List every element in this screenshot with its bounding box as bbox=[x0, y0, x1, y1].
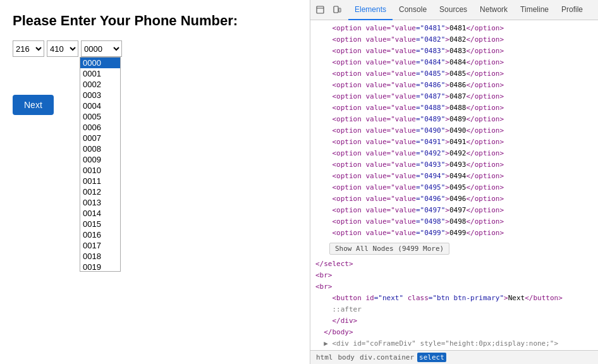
tab-elements[interactable]: Elements bbox=[348, 0, 393, 20]
code-line: <option value="value="0485">0485</option… bbox=[310, 68, 598, 80]
code-line: <option value="value="0489">0489</option… bbox=[310, 114, 598, 125]
page-title: Please Enter Your Phone Number: bbox=[13, 13, 297, 29]
breadcrumb-body[interactable]: body bbox=[336, 353, 357, 362]
code-line: ::after bbox=[310, 304, 598, 315]
breadcrumb-html[interactable]: html bbox=[314, 353, 335, 362]
code-line: <option value="value="0495">0495</option… bbox=[310, 182, 598, 193]
next-button[interactable]: Next bbox=[13, 95, 54, 115]
exchange-select[interactable]: 410 bbox=[47, 40, 78, 57]
code-line: <option value="value="0499">0499</option… bbox=[310, 228, 598, 239]
breadcrumb-select[interactable]: select bbox=[417, 353, 446, 362]
devtools-breadcrumb: html body div.container select bbox=[310, 350, 598, 364]
show-all-nodes-button[interactable]: Show All Nodes (9499 More) bbox=[329, 243, 449, 255]
code-line: <option value="value="0481">0481</option… bbox=[310, 23, 598, 34]
dropdown-item[interactable]: 0004 bbox=[80, 100, 120, 111]
device-icon[interactable] bbox=[329, 3, 345, 18]
dropdown-item[interactable]: 0001 bbox=[80, 68, 120, 79]
tab-timeline[interactable]: Timeline bbox=[514, 0, 555, 20]
tab-network[interactable]: Network bbox=[473, 0, 514, 20]
code-line: <option value="value="0493">0493</option… bbox=[310, 159, 598, 171]
dropdown-item[interactable]: 0014 bbox=[80, 208, 120, 219]
code-line: <br> bbox=[310, 270, 598, 281]
devtools-toolbar: Elements Console Sources Network Timelin… bbox=[310, 0, 598, 20]
dropdown-item[interactable]: 0000 bbox=[80, 58, 120, 68]
code-line: <option value="value="0498">0498</option… bbox=[310, 216, 598, 228]
dropdown-item[interactable]: 0018 bbox=[80, 251, 120, 262]
devtools-tabs: Elements Console Sources Network Timelin… bbox=[348, 0, 589, 20]
code-line: </div> bbox=[310, 315, 598, 327]
code-line: <option value="value="0491">0491</option… bbox=[310, 136, 598, 148]
tab-sources[interactable]: Sources bbox=[433, 0, 473, 20]
code-line: <button id="next" class="btn btn-primary… bbox=[310, 293, 598, 304]
dropdown-item[interactable]: 0002 bbox=[80, 79, 120, 90]
number-select[interactable]: 0000 bbox=[81, 40, 122, 57]
number-dropdown[interactable]: 0000000100020003000400050006000700080009… bbox=[80, 57, 121, 272]
code-line: <option value="value="0490">0490</option… bbox=[310, 125, 598, 136]
dropdown-item[interactable]: 0006 bbox=[80, 122, 120, 133]
dropdown-item[interactable]: 0011 bbox=[80, 176, 120, 186]
area-code-select[interactable]: 216 bbox=[13, 40, 44, 57]
code-line: <option value="value="0496">0496</option… bbox=[310, 193, 598, 205]
code-line: </select> bbox=[310, 258, 598, 270]
dropdown-item[interactable]: 0012 bbox=[80, 186, 120, 197]
code-line: <option value="value="0486">0486</option… bbox=[310, 80, 598, 91]
code-line: ▶ <div id="coFrameDiv" style="height:0px… bbox=[310, 338, 598, 349]
dropdown-item[interactable]: 0019 bbox=[80, 262, 120, 272]
dropdown-item[interactable]: 0015 bbox=[80, 219, 120, 229]
code-line: </body> bbox=[310, 327, 598, 338]
dropdown-item[interactable]: 0010 bbox=[80, 165, 120, 176]
dropdown-item[interactable]: 0008 bbox=[80, 143, 120, 154]
tab-profile[interactable]: Profile bbox=[555, 0, 589, 20]
svg-rect-0 bbox=[317, 6, 324, 13]
code-line: <option value="value="0494">0494</option… bbox=[310, 171, 598, 182]
svg-rect-3 bbox=[339, 8, 341, 12]
tab-console[interactable]: Console bbox=[393, 0, 433, 20]
phone-input-row: 216 410 0000 000000010002000300040005000… bbox=[13, 40, 297, 57]
left-panel: Please Enter Your Phone Number: 216 410 … bbox=[0, 0, 310, 364]
dropdown-item[interactable]: 0005 bbox=[80, 111, 120, 122]
code-line: <option value="value="0492">0492</option… bbox=[310, 148, 598, 159]
dropdown-item[interactable]: 0017 bbox=[80, 240, 120, 251]
inspect-icon[interactable] bbox=[313, 3, 328, 18]
dropdown-item[interactable]: 0016 bbox=[80, 229, 120, 240]
dropdown-item[interactable]: 0013 bbox=[80, 197, 120, 208]
code-line: <br> bbox=[310, 281, 598, 293]
code-line: <option value="value="0482">0482</option… bbox=[310, 34, 598, 46]
dropdown-item[interactable]: 0009 bbox=[80, 154, 120, 165]
code-line: <option value="value="0483">0483</option… bbox=[310, 46, 598, 57]
dropdown-item[interactable]: 0003 bbox=[80, 90, 120, 100]
svg-rect-2 bbox=[334, 6, 338, 13]
breadcrumb-div[interactable]: div.container bbox=[358, 353, 416, 362]
devtools-code-area[interactable]: <option value="value="0481">0481</option… bbox=[310, 20, 598, 350]
code-line: <option value="value="0484">0484</option… bbox=[310, 57, 598, 68]
code-line: <option value="value="0497">0497</option… bbox=[310, 205, 598, 216]
devtools-panel: Elements Console Sources Network Timelin… bbox=[310, 0, 598, 364]
code-line: <option value="value="0488">0488</option… bbox=[310, 102, 598, 114]
dropdown-item[interactable]: 0007 bbox=[80, 133, 120, 143]
code-line: <option value="value="0487">0487</option… bbox=[310, 91, 598, 102]
